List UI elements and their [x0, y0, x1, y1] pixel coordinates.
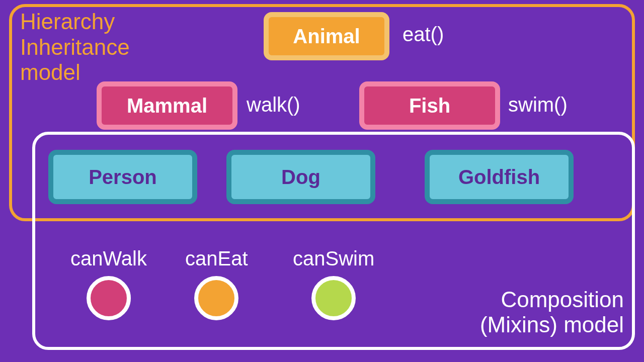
node-label: Goldfish — [458, 166, 540, 189]
node-fish: Fish — [359, 81, 500, 130]
composition-title: Composition (Mixins) model — [480, 287, 624, 338]
hierarchy-title: Hierarchy Inheritance model — [20, 9, 130, 85]
node-person: Person — [48, 150, 197, 204]
node-label: Animal — [293, 25, 360, 48]
node-goldfish: Goldfish — [425, 150, 574, 204]
mixin-canswim: canSwim — [293, 247, 374, 320]
node-label: Dog — [281, 166, 320, 189]
mixin-dot-icon — [87, 276, 131, 320]
mixin-label: canSwim — [293, 247, 374, 270]
node-label: Fish — [409, 95, 450, 117]
mixin-canwalk: canWalk — [70, 247, 147, 320]
node-label: Mammal — [127, 95, 207, 117]
mixin-dot-icon — [311, 276, 356, 320]
node-mammal: Mammal — [97, 81, 237, 130]
node-dog: Dog — [226, 150, 375, 204]
method-eat: eat() — [403, 23, 444, 46]
mixin-label: canWalk — [70, 247, 147, 270]
method-walk: walk() — [247, 94, 300, 116]
mixin-caneat: canEat — [185, 247, 248, 320]
method-swim: swim() — [508, 94, 568, 116]
mixin-dot-icon — [194, 276, 238, 320]
mixin-label: canEat — [185, 247, 248, 270]
node-label: Person — [89, 166, 157, 189]
node-animal: Animal — [264, 12, 389, 60]
